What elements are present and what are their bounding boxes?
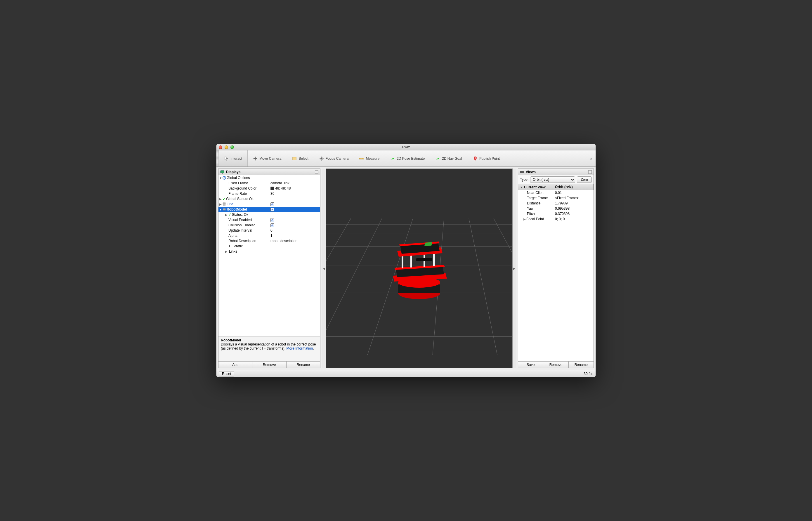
measure-icon — [359, 156, 364, 161]
toolbar-grip[interactable] — [217, 151, 219, 166]
viewport-wrap: ◀ — [322, 168, 516, 368]
cursor-icon — [224, 156, 229, 161]
tree-item-global-status[interactable]: ▶✓Global Status: Ok — [219, 196, 320, 202]
prop-key: Yaw — [527, 206, 533, 210]
panel-undock-icon[interactable] — [588, 170, 592, 174]
tree-item-grid[interactable]: ▶ Grid ✓ — [219, 202, 320, 207]
tool-measure[interactable]: Measure — [354, 151, 385, 166]
prop-value[interactable]: <Fixed Frame> — [553, 196, 593, 200]
viewport-3d[interactable] — [326, 168, 513, 368]
prop-value[interactable]: 30 — [270, 191, 274, 196]
displays-tree[interactable]: ▼ Global Options Fixed Frame camera_link… — [219, 175, 320, 336]
rename-button[interactable]: Rename — [287, 362, 320, 368]
focus-icon — [319, 156, 324, 161]
tool-2d-pose[interactable]: 2D Pose Estimate — [385, 151, 430, 166]
prop-value[interactable]: 0.01 — [553, 191, 593, 195]
tool-select[interactable]: Select — [287, 151, 314, 166]
displays-header[interactable]: Displays — [219, 169, 320, 175]
views-tree-header[interactable]: ▼Current View Orbit (rviz) — [518, 184, 593, 190]
prop-value[interactable]: 0; 0; 0 — [553, 217, 593, 221]
tree-label: Global Options — [226, 176, 250, 180]
tree-row[interactable]: Alpha 1 — [219, 233, 320, 238]
save-button[interactable]: Save — [518, 362, 543, 368]
prop-key: Alpha — [228, 234, 238, 238]
tool-move-camera[interactable]: Move Camera — [248, 151, 287, 166]
check-icon: ✓ — [228, 212, 231, 217]
svg-marker-29 — [523, 171, 524, 173]
prop-value[interactable]: 0 — [270, 228, 272, 232]
monitor-icon — [220, 170, 224, 174]
view-row[interactable]: Target Frame<Fixed Frame> — [518, 196, 593, 201]
tool-interact[interactable]: Interact — [219, 151, 248, 166]
view-row[interactable]: Pitch0.370398 — [518, 211, 593, 217]
checkbox[interactable]: ✓ — [270, 202, 274, 206]
tool-2d-nav[interactable]: 2D Nav Goal — [430, 151, 468, 166]
zero-button[interactable]: Zero — [577, 176, 592, 183]
more-info-link[interactable]: More Information — [287, 346, 313, 350]
tool-publish-point[interactable]: Publish Point — [468, 151, 505, 166]
app-window: RViz Interact Move Camera Select Focus C… — [216, 144, 596, 377]
prop-value[interactable]: 0.695398 — [553, 206, 593, 210]
panel-title: Views — [526, 170, 536, 174]
tree-label: RobotModel — [226, 207, 247, 211]
tree-item-robotmodel[interactable]: ▼ RobotModel ✓ — [219, 207, 320, 212]
tree-row[interactable]: Background Color 48; 48; 48 — [219, 186, 320, 191]
select-icon — [292, 156, 297, 161]
prop-value[interactable]: 1.79989 — [553, 201, 593, 205]
views-tree[interactable]: ▼Current View Orbit (rviz) Near Clip ...… — [518, 184, 593, 361]
checkbox[interactable]: ✓ — [270, 208, 274, 211]
minimize-icon[interactable] — [225, 145, 228, 149]
fps-indicator: 30 fps — [584, 372, 593, 376]
titlebar: RViz — [217, 144, 595, 151]
tree-row[interactable]: Update Interval 0 — [219, 228, 320, 233]
toolbar: Interact Move Camera Select Focus Camera… — [217, 151, 595, 167]
tree-row[interactable]: Collision Enabled ✓ — [219, 223, 320, 228]
view-row[interactable]: Near Clip ...0.01 — [518, 190, 593, 196]
tool-focus-camera[interactable]: Focus Camera — [314, 151, 354, 166]
remove-button[interactable]: Remove — [252, 362, 286, 368]
reset-button[interactable]: Reset — [219, 371, 234, 377]
color-swatch-icon[interactable] — [270, 187, 274, 190]
displays-buttons: Add Remove Rename — [219, 361, 320, 368]
collapse-left[interactable]: ◀ — [322, 168, 326, 368]
prop-value[interactable]: 1 — [270, 234, 272, 238]
pin-icon — [473, 156, 478, 161]
view-row[interactable]: ▶Focal Point0; 0; 0 — [518, 217, 593, 222]
tool-label: Move Camera — [260, 157, 281, 161]
view-row[interactable]: Yaw0.695398 — [518, 206, 593, 211]
prop-value[interactable]: robot_description — [270, 239, 297, 243]
svg-rect-6 — [222, 173, 223, 174]
tree-row[interactable]: TF Prefix — [219, 244, 320, 249]
svg-point-4 — [475, 157, 476, 159]
arrow-icon — [390, 156, 395, 161]
svg-point-2 — [321, 158, 322, 159]
tree-row[interactable]: Visual Enabled ✓ — [219, 217, 320, 223]
view-row[interactable]: Distance1.79989 — [518, 201, 593, 206]
tree-row[interactable]: Robot Description robot_description — [219, 238, 320, 244]
prop-value[interactable]: camera_link — [270, 181, 290, 185]
add-button[interactable]: Add — [219, 362, 252, 368]
tool-label: Interact — [230, 157, 242, 161]
tree-row[interactable]: Fixed Frame camera_link — [219, 180, 320, 186]
panel-undock-icon[interactable] — [315, 170, 318, 174]
type-select[interactable]: Orbit (rviz) — [530, 176, 575, 183]
camera-icon — [520, 170, 524, 174]
tree-item-links[interactable]: ▶Links — [219, 249, 320, 254]
remove-button[interactable]: Remove — [543, 362, 568, 368]
zoom-icon[interactable] — [230, 145, 234, 149]
prop-value[interactable]: 0.370398 — [553, 212, 593, 216]
window-title: RViz — [217, 145, 595, 149]
checkbox[interactable]: ✓ — [270, 218, 274, 222]
statusbar: Reset 30 fps — [217, 370, 595, 377]
tree-item-global-options[interactable]: ▼ Global Options — [219, 175, 320, 180]
collapse-right[interactable]: ▶ — [513, 168, 516, 368]
close-icon[interactable] — [219, 145, 222, 149]
tree-item-status[interactable]: ▶✓Status: Ok — [219, 212, 320, 217]
prop-key: Pitch — [527, 212, 535, 216]
tree-row[interactable]: Frame Rate 30 — [219, 191, 320, 196]
checkbox[interactable]: ✓ — [270, 223, 274, 227]
toolbar-overflow[interactable]: » — [587, 151, 595, 166]
prop-value[interactable]: 48; 48; 48 — [275, 186, 291, 190]
views-header[interactable]: Views — [518, 169, 593, 175]
rename-button[interactable]: Rename — [569, 362, 593, 368]
